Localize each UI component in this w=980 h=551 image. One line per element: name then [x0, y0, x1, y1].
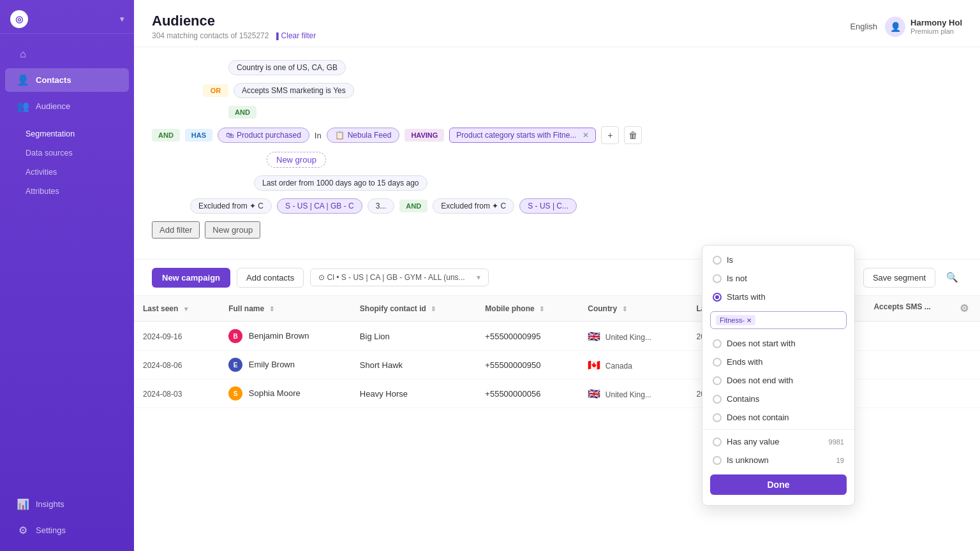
radio-starts-with	[713, 293, 722, 302]
sidebar-sub-segmentation[interactable]: Segmentation	[5, 125, 129, 143]
tag-input[interactable]: Fitness- ✕	[710, 311, 847, 329]
dropdown-divider	[702, 429, 854, 430]
dropdown-item-ends-with[interactable]: Ends with	[702, 353, 854, 371]
excluded1-chip[interactable]: Excluded from ✦ C	[190, 198, 272, 214]
product-purchased-chip[interactable]: 🛍 Product purchased	[218, 128, 309, 143]
language-selector[interactable]: English	[850, 22, 877, 31]
sidebar-sub-label: Data sources	[26, 149, 73, 158]
sidebar-item-home[interactable]: ⌂	[5, 43, 129, 66]
sidebar-sub-attributes[interactable]: Attributes	[5, 182, 129, 200]
avatar: S	[228, 386, 242, 400]
col-country-label: Country	[588, 304, 617, 313]
option-label: Does not contain	[727, 413, 789, 422]
sidebar-sub-label: Attributes	[26, 187, 59, 196]
user-details: Harmony Hol Premium plan	[910, 18, 962, 35]
sidebar-sub-data-sources[interactable]: Data sources	[5, 144, 129, 162]
dropdown-item-has-any[interactable]: Has any value 9981	[702, 432, 854, 451]
dropdown-item-is[interactable]: Is	[702, 251, 854, 269]
and-badge-3: AND	[399, 200, 427, 212]
chevron-down-icon: ▾	[477, 273, 480, 282]
flag-icon: 🇨🇦	[588, 360, 600, 371]
sidebar-item-audience[interactable]: 👥 Audience	[5, 94, 129, 118]
filter-row-new-group: New group	[152, 152, 962, 168]
sidebar-item-settings[interactable]: ⚙ Settings	[5, 518, 129, 542]
cell-mobile: +55500000056	[476, 379, 579, 408]
cell-last-seen: 2024-09-16	[134, 321, 219, 351]
remove-filter-icon[interactable]: ✕	[583, 131, 589, 140]
new-group-button-2[interactable]: New group	[205, 221, 260, 239]
sidebar-item-contacts[interactable]: 👤 Contacts	[5, 68, 129, 92]
segment1-chip[interactable]: S - US | CA | GB - C	[277, 198, 362, 214]
dropdown-tag-input-row: Fitness- ✕	[702, 306, 854, 334]
radio-unknown	[713, 456, 722, 465]
cell-shopify-id: Heavy Horse	[351, 379, 476, 408]
dropdown-item-starts-with[interactable]: Starts with	[702, 288, 854, 306]
col-accepts-sms[interactable]: Accepts SMS ... ⚙	[865, 296, 980, 321]
last-order-chip[interactable]: Last order from 1000 days ago to 15 days…	[254, 175, 427, 191]
dropdown-item-is-not[interactable]: Is not	[702, 269, 854, 288]
segment2-chip[interactable]: S - US | C...	[519, 198, 577, 214]
main-content: Audience 304 matching contacts of 152527…	[134, 0, 980, 551]
dropdown-item-not-end[interactable]: Does not end with	[702, 371, 854, 390]
header-right: English 👤 Harmony Hol Premium plan	[850, 17, 962, 37]
has-badge: HAS	[185, 129, 212, 142]
save-segment-button[interactable]: Save segment	[863, 268, 935, 288]
sort-icon: ⇕	[539, 305, 544, 312]
gear-icon[interactable]: ⚙	[960, 302, 969, 314]
cell-full-name[interactable]: E Emily Brown	[219, 351, 351, 379]
add-filter-icon-btn[interactable]: +	[601, 126, 619, 144]
and-badge-2: AND	[152, 129, 180, 142]
cell-mobile: +55500000950	[476, 351, 579, 379]
option-label: Is not	[727, 274, 747, 283]
cell-country: 🇨🇦 Canada	[579, 351, 687, 379]
segment-select[interactable]: ⊙ Cl • S - US | CA | GB - GYM - ALL (uns…	[310, 268, 489, 286]
country-filter-chip[interactable]: Country is one of US, CA, GB	[228, 60, 346, 75]
segment1-text: S - US | CA | GB - C	[285, 202, 354, 210]
avatar: E	[228, 358, 242, 372]
col-mobile[interactable]: Mobile phone ⇕	[476, 296, 579, 321]
radio-is-not	[713, 274, 722, 283]
option-label: Ends with	[727, 357, 762, 367]
segment-select-text: ⊙ Cl • S - US | CA | GB - GYM - ALL (uns…	[318, 273, 464, 282]
sidebar-item-label: Settings	[36, 525, 66, 535]
sms-filter-chip[interactable]: Accepts SMS marketing is Yes	[234, 83, 354, 98]
col-last-seen[interactable]: Last seen ▼	[134, 296, 219, 321]
cell-full-name[interactable]: B Benjamin Brown	[219, 321, 351, 351]
cell-full-name[interactable]: S Sophia Moore	[219, 379, 351, 408]
delete-filter-icon-btn[interactable]: 🗑	[624, 126, 642, 144]
cell-accepts-sms	[865, 379, 980, 408]
excluded2-chip[interactable]: Excluded from ✦ C	[433, 198, 514, 214]
dropdown-item-not-start[interactable]: Does not start with	[702, 334, 854, 353]
logo-chevron: ▾	[120, 15, 124, 24]
new-campaign-button[interactable]: New campaign	[152, 268, 230, 288]
product-purchased-text: Product purchased	[237, 131, 301, 140]
dropdown-item-not-contain[interactable]: Does not contain	[702, 408, 854, 427]
remove-tag-icon[interactable]: ✕	[746, 317, 752, 324]
done-button[interactable]: Done	[710, 474, 847, 495]
dropdown-item-contains[interactable]: Contains	[702, 390, 854, 408]
search-icon-btn[interactable]: 🔍	[942, 267, 962, 288]
dropdown-item-unknown[interactable]: Is unknown 19	[702, 451, 854, 469]
new-group-button[interactable]: New group	[267, 152, 326, 168]
clear-filter-button[interactable]: Clear filter	[274, 31, 316, 40]
in-text: In	[315, 131, 322, 140]
radio-ends-with	[713, 358, 722, 367]
cell-mobile: +55500000995	[476, 321, 579, 351]
add-filter-button[interactable]: Add filter	[152, 221, 200, 239]
sidebar-item-label: Contacts	[36, 75, 71, 85]
sort-icon: ⇕	[269, 305, 274, 312]
page-header: Audience 304 matching contacts of 152527…	[134, 0, 980, 47]
product-category-filter[interactable]: Product category starts with Fitne... ✕	[449, 128, 596, 143]
col-last-seen-label: Last seen	[143, 304, 178, 313]
filter-area: Country is one of US, CA, GB OR Accepts …	[134, 47, 980, 259]
sidebar-logo[interactable]: ◎ ▾	[0, 0, 134, 34]
col-full-name[interactable]: Full name ⇕	[219, 296, 351, 321]
col-shopify-id[interactable]: Shopify contact id ⇕	[351, 296, 476, 321]
add-contacts-button[interactable]: Add contacts	[237, 268, 304, 288]
nebula-feed-chip[interactable]: 📋 Nebula Feed	[327, 128, 400, 143]
filter-row-product: AND HAS 🛍 Product purchased In 📋 Nebula …	[152, 126, 962, 144]
col-country[interactable]: Country ⇕	[579, 296, 687, 321]
ellipsis-chip[interactable]: 3...	[368, 198, 395, 214]
sidebar-sub-activities[interactable]: Activities	[5, 163, 129, 181]
sidebar-item-insights[interactable]: 📊 Insights	[5, 492, 129, 516]
